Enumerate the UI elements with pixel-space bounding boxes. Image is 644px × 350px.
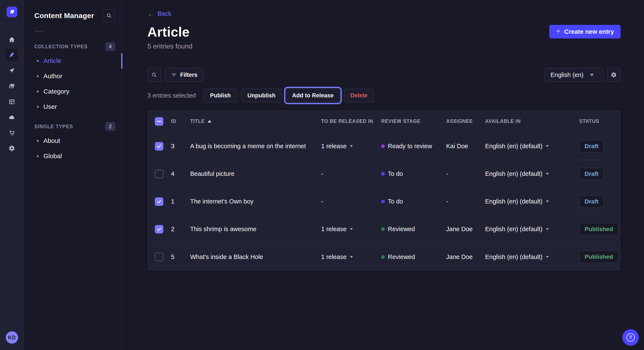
rail-item-media-library[interactable] — [6, 80, 18, 92]
check-icon — [156, 143, 162, 149]
release-value: 1 release — [321, 253, 346, 260]
sidebar-item-author[interactable]: Author — [24, 68, 122, 84]
back-label: Back — [158, 10, 171, 17]
cell-assignee: Jane Doe — [446, 253, 485, 260]
chevron-down-icon — [546, 256, 549, 258]
cell-available-in[interactable]: English (en) (default) — [485, 143, 579, 150]
release-value: 1 release — [321, 226, 346, 233]
add-to-release-button[interactable]: Add to Release — [286, 89, 340, 102]
table-row[interactable]: 2This shrimp is awesome1 releaseReviewed… — [148, 215, 620, 243]
cell-available-in[interactable]: English (en) (default) — [485, 226, 579, 233]
avatar[interactable]: KD — [6, 331, 18, 344]
rail-nav — [6, 33, 18, 326]
cell-release[interactable]: 1 release — [321, 226, 381, 233]
table-body: 3A bug is becoming a meme on the interne… — [148, 133, 620, 271]
column-header-status[interactable]: STATUS — [579, 118, 620, 124]
cell-status: Draft — [579, 195, 620, 208]
stage-label: Reviewed — [388, 253, 415, 260]
table-row[interactable]: 1The internet's Own boy-To do-English (e… — [148, 188, 620, 215]
row-checkbox[interactable] — [155, 142, 163, 151]
app-root: KD Content Manager COLLECTION TYPES4Arti… — [0, 0, 644, 350]
stage-dot — [381, 255, 385, 259]
cell-checkbox — [155, 197, 171, 206]
column-header-review-stage[interactable]: REVIEW STAGE — [381, 118, 446, 124]
section-count-badge: 4 — [105, 42, 116, 51]
sidebar-item-about[interactable]: About — [24, 133, 122, 149]
column-header-release[interactable]: TO BE RELEASED IN — [321, 118, 381, 124]
column-header-title[interactable]: TITLE — [190, 118, 321, 124]
main-nav-rail: KD — [0, 0, 24, 350]
rail-item-deploy[interactable] — [6, 111, 18, 123]
column-header-available-in[interactable]: AVAILABLE IN — [485, 118, 579, 124]
sidebar-item-category[interactable]: Category — [24, 84, 122, 99]
cell-available-in[interactable]: English (en) (default) — [485, 170, 579, 177]
filter-icon — [171, 72, 177, 78]
rail-item-settings[interactable] — [6, 142, 18, 154]
rail-item-marketplace[interactable] — [6, 127, 18, 139]
locale-select[interactable]: English (en) — [545, 68, 604, 82]
column-header-assignee[interactable]: ASSIGNEE — [446, 118, 485, 124]
rail-item-content-manager[interactable] — [6, 49, 18, 61]
bullet-icon — [37, 91, 39, 93]
row-checkbox[interactable] — [155, 253, 163, 261]
table-row[interactable]: 3A bug is becoming a meme on the interne… — [148, 133, 620, 160]
cell-assignee: - — [446, 170, 485, 177]
selected-count-text: 3 entries selected — [147, 92, 196, 99]
cell-status: Draft — [579, 168, 620, 180]
row-checkbox[interactable] — [155, 197, 163, 206]
help-button[interactable]: ? — [622, 329, 639, 346]
search-button[interactable] — [147, 68, 161, 82]
content-manager-sidebar: Content Manager COLLECTION TYPES4Article… — [24, 0, 122, 350]
cell-review-stage: Reviewed — [381, 226, 446, 233]
create-new-entry-button[interactable]: + Create new entry — [549, 25, 620, 38]
stage-dot — [381, 200, 385, 203]
cell-available-in[interactable]: English (en) (default) — [485, 253, 579, 260]
table-row[interactable]: 5What's inside a Black Hole1 releaseRevi… — [148, 243, 620, 271]
chevron-down-icon — [546, 145, 549, 147]
stage-label: Ready to review — [388, 143, 432, 150]
indeterminate-dash-icon — [157, 121, 161, 122]
rail-item-releases[interactable] — [6, 64, 18, 77]
table-row[interactable]: 4Beautiful picture-To do-English (en) (d… — [148, 160, 620, 188]
strapi-logo[interactable] — [6, 6, 17, 17]
cell-release[interactable]: 1 release — [321, 253, 381, 260]
cell-release: - — [321, 198, 381, 205]
publish-button[interactable]: Publish — [204, 89, 237, 102]
view-settings-button[interactable] — [607, 68, 620, 82]
question-icon: ? — [626, 333, 635, 342]
sidebar-item-label: Global — [44, 153, 62, 160]
sidebar-item-user[interactable]: User — [24, 99, 122, 114]
cell-release[interactable]: 1 release — [321, 143, 381, 150]
chevron-down-icon — [350, 228, 353, 230]
cell-title: This shrimp is awesome — [190, 226, 321, 233]
deploy-icon — [8, 114, 15, 121]
select-all-checkbox[interactable] — [155, 117, 163, 126]
sidebar-item-article[interactable]: Article — [24, 53, 122, 68]
filters-button[interactable]: Filters — [165, 68, 204, 82]
sidebar-section-0: COLLECTION TYPES4ArticleAuthorCategoryUs… — [24, 40, 122, 114]
selection-bar: 3 entries selected PublishUnpublishAdd t… — [147, 89, 620, 102]
row-checkbox[interactable] — [155, 170, 163, 178]
check-icon — [156, 199, 162, 204]
cell-available-in[interactable]: English (en) (default) — [485, 198, 579, 205]
cell-assignee: - — [446, 198, 485, 205]
locale-value: English (en) (default) — [485, 143, 542, 150]
chevron-down-icon — [546, 173, 549, 175]
bullet-icon — [37, 75, 39, 77]
bullet-icon — [37, 140, 39, 142]
rail-item-home[interactable] — [6, 33, 18, 46]
column-header-id[interactable]: ID — [171, 118, 190, 124]
unpublish-button[interactable]: Unpublish — [241, 89, 282, 102]
section-label: SINGLE TYPES — [34, 124, 73, 130]
cell-id: 5 — [171, 253, 190, 260]
back-link[interactable]: ← Back — [147, 10, 171, 17]
row-checkbox[interactable] — [155, 225, 163, 233]
sidebar-search-button[interactable] — [103, 9, 115, 22]
sort-asc-icon — [208, 120, 212, 123]
sidebar-item-global[interactable]: Global — [24, 149, 122, 164]
bullet-icon — [37, 106, 39, 108]
delete-button[interactable]: Delete — [344, 89, 374, 102]
stage-dot — [381, 144, 385, 148]
rail-item-content-type-builder[interactable] — [6, 95, 18, 108]
content-type-builder-icon — [8, 98, 15, 105]
